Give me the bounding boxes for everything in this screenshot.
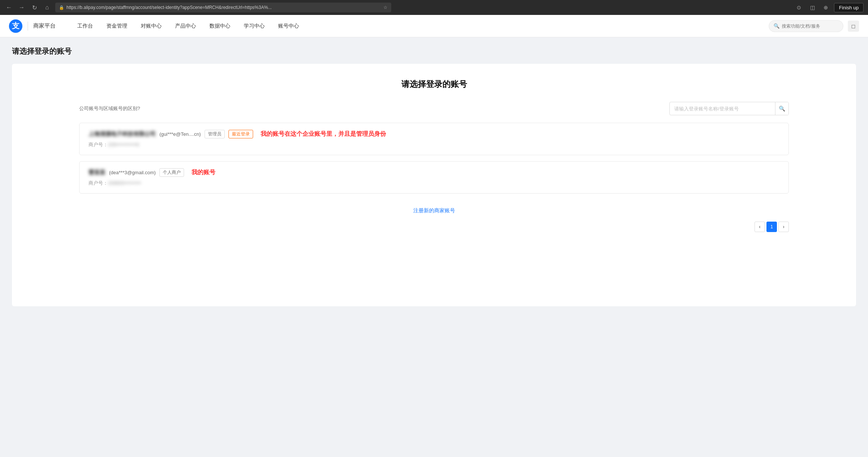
pagination-page-1[interactable]: 1 xyxy=(766,222,777,232)
pagination: ‹ 1 › xyxy=(12,214,856,236)
search-button-icon: 🔍 xyxy=(779,106,785,112)
card-title: 请选择登录的账号 xyxy=(12,79,856,90)
account-merchant-0: 商户号：209••••••••••••6 xyxy=(88,141,780,148)
extension-icon-2[interactable]: ◫ xyxy=(807,2,818,13)
account-email-0: (gui***e@Ten....cn) xyxy=(159,131,201,137)
top-nav: 支 商家平台 工作台 资金管理 对账中心 产品中心 数据中心 学习中心 账号中心… xyxy=(0,15,868,37)
lock-icon: 🔒 xyxy=(59,5,64,10)
extension-icon-1[interactable]: ⊙ xyxy=(794,2,804,13)
search-bar[interactable]: 🔍 xyxy=(769,20,843,32)
nav-avatar[interactable]: ◻ xyxy=(848,21,859,32)
finish-up-button[interactable]: Finish up xyxy=(834,3,864,12)
logo-area: 支 商家平台 xyxy=(9,19,56,33)
main-card: 请选择登录的账号 公司账号与区域账号的区别? 🔍 上海清溪电子科技有限公司 (g… xyxy=(12,64,856,306)
tag-recent-0: 最近登录 xyxy=(228,130,253,138)
nav-right: 🔍 ◻ xyxy=(769,20,859,32)
account-card-0[interactable]: 上海清溪电子科技有限公司 (gui***e@Ten....cn) 管理员 最近登… xyxy=(79,123,789,155)
page-content: 请选择登录的账号 请选择登录的账号 公司账号与区域账号的区别? 🔍 上海清溪电子… xyxy=(0,37,868,315)
account-merchant-1: 商户号：208800•••••••••• xyxy=(88,180,780,187)
pagination-next[interactable]: › xyxy=(778,222,789,232)
account-card-1[interactable]: 曹某某 (dea***3@gmail.com) 个人商户 我的账号 商户号：20… xyxy=(79,161,789,194)
search-input[interactable] xyxy=(782,24,839,29)
logo-divider xyxy=(28,22,28,31)
search-icon: 🔍 xyxy=(774,23,780,29)
nav-item-funds[interactable]: 资金管理 xyxy=(100,15,134,37)
account-name-0: 上海清溪电子科技有限公司 xyxy=(88,131,156,138)
nav-item-learning[interactable]: 学习中心 xyxy=(237,15,271,37)
annotation-1: 我的账号 xyxy=(192,169,215,176)
tag-admin-0: 管理员 xyxy=(205,130,225,138)
accounts-list: 上海清溪电子科技有限公司 (gui***e@Ten....cn) 管理员 最近登… xyxy=(12,123,856,194)
home-button[interactable]: ⌂ xyxy=(43,3,52,12)
star-icon[interactable]: ☆ xyxy=(383,5,388,10)
account-search-button[interactable]: 🔍 xyxy=(775,102,788,115)
nav-item-reconciliation[interactable]: 对账中心 xyxy=(134,15,168,37)
alipay-logo-icon: 支 xyxy=(9,19,22,33)
browser-actions: ⊙ ◫ ⊕ Finish up xyxy=(794,2,864,13)
back-button[interactable]: ← xyxy=(4,3,13,12)
nav-items: 工作台 资金管理 对账中心 产品中心 数据中心 学习中心 账号中心 xyxy=(71,15,769,37)
account-name-1: 曹某某 xyxy=(88,169,105,176)
account-row-top-0: 上海清溪电子科技有限公司 (gui***e@Ten....cn) 管理员 最近登… xyxy=(88,130,780,138)
page-title: 请选择登录的账号 xyxy=(12,46,856,56)
url-text: https://b.alipay.com/page/staffmng/accou… xyxy=(66,5,272,10)
svg-text:支: 支 xyxy=(12,22,20,30)
annotation-0: 我的账号在这个企业账号里，并且是管理员身份 xyxy=(261,130,386,138)
tag-personal-1: 个人商户 xyxy=(159,168,184,177)
merchant-platform-title: 商家平台 xyxy=(33,22,56,29)
extension-icon-3[interactable]: ⊕ xyxy=(821,2,831,13)
address-bar[interactable]: 🔒 https://b.alipay.com/page/staffmng/acc… xyxy=(55,3,391,12)
nav-item-data[interactable]: 数据中心 xyxy=(203,15,237,37)
card-toolbar: 公司账号与区域账号的区别? 🔍 xyxy=(12,102,856,115)
nav-item-account[interactable]: 账号中心 xyxy=(271,15,306,37)
account-search-input[interactable] xyxy=(670,106,775,112)
account-row-top-1: 曹某某 (dea***3@gmail.com) 个人商户 我的账号 xyxy=(88,168,780,177)
account-email-1: (dea***3@gmail.com) xyxy=(109,170,156,175)
search-account-bar[interactable]: 🔍 xyxy=(669,102,789,115)
register-link-row: 注册新的商家账号 xyxy=(12,207,856,214)
nav-item-workspace[interactable]: 工作台 xyxy=(71,15,100,37)
register-new-account-link[interactable]: 注册新的商家账号 xyxy=(413,207,455,213)
forward-button[interactable]: → xyxy=(17,3,26,12)
help-link[interactable]: 公司账号与区域账号的区别? xyxy=(79,105,140,112)
browser-chrome: ← → ↻ ⌂ 🔒 https://b.alipay.com/page/staf… xyxy=(0,0,868,15)
refresh-button[interactable]: ↻ xyxy=(30,3,39,12)
merchant-no-1: 208800•••••••••• xyxy=(108,180,141,186)
pagination-prev[interactable]: ‹ xyxy=(755,222,765,232)
merchant-no-0: 209••••••••••••6 xyxy=(108,142,139,147)
nav-item-products[interactable]: 产品中心 xyxy=(168,15,203,37)
